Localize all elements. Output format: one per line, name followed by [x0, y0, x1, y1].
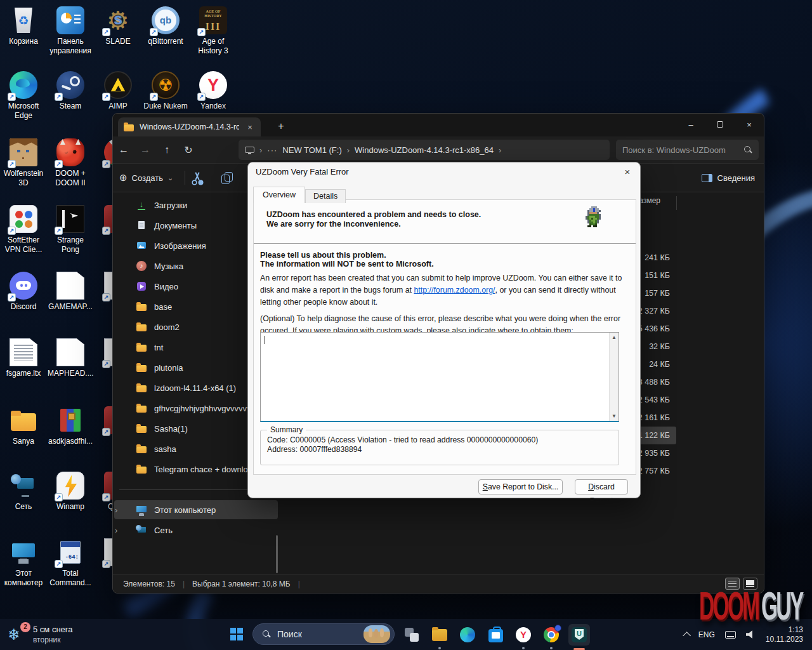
- breadcrumb-folder[interactable]: Windows-UZDoom-4.14.3-rc1-x86_64: [355, 145, 494, 155]
- folder-icon: [136, 443, 147, 454]
- taskbar-store-button[interactable]: [485, 624, 506, 646]
- desktop-icon-duke-nukem[interactable]: Duke Nukem: [143, 71, 188, 111]
- shortcut-arrow-icon: [55, 227, 63, 235]
- taskbar-edge-button[interactable]: [457, 624, 478, 646]
- weather-widget[interactable]: ❄2 5 см снега вторник: [8, 625, 73, 644]
- speaker-icon[interactable]: [746, 630, 756, 639]
- create-button[interactable]: ⊕ Создать ⌄: [113, 172, 180, 183]
- desktop-icon-softether[interactable]: SoftEther VPN Clie...: [1, 205, 46, 255]
- desktop-icon-control-panel[interactable]: Панель управления: [48, 6, 93, 56]
- breadcrumb-ellipsis[interactable]: ···: [267, 145, 277, 155]
- column-divider[interactable]: [676, 196, 677, 210]
- expand-chevron-icon[interactable]: ›: [115, 505, 117, 515]
- desktop-icon-qbittorrent[interactable]: qBittorrent: [143, 6, 188, 46]
- taskbar-search[interactable]: Поиск: [252, 623, 395, 645]
- sidebar-item-network[interactable]: Сеть: [118, 521, 275, 540]
- expand-chevron-icon[interactable]: ›: [115, 526, 117, 535]
- desktop-icon-winamp[interactable]: Winamp: [48, 472, 93, 512]
- search-icon[interactable]: [743, 145, 752, 154]
- zdoom-forum-link[interactable]: http://forum.zdoom.org/: [414, 286, 495, 295]
- dialog-close-icon[interactable]: ×: [620, 165, 635, 179]
- language-indicator[interactable]: ENG: [698, 630, 715, 639]
- desktop-icon-age-of-history-3[interactable]: Age of History 3: [190, 6, 236, 56]
- minimize-button[interactable]: –: [676, 114, 705, 135]
- network-icon: [136, 524, 147, 536]
- explorer-tab[interactable]: Windows-UZDoom-4.14.3-rc1- ×: [118, 117, 261, 136]
- snowflake-icon: ❄2: [8, 625, 27, 644]
- shortcut-arrow-icon: [8, 160, 16, 168]
- desktop-icon-wolfenstein[interactable]: Wolfenstein 3D: [1, 138, 46, 188]
- new-tab-button[interactable]: +: [273, 119, 289, 134]
- computer-icon[interactable]: [245, 147, 254, 153]
- desktop-icon-rar-archive[interactable]: asdkjasdfhi...: [48, 406, 93, 446]
- shortcut-arrow-icon: [150, 93, 158, 101]
- tab-overview[interactable]: Overview: [253, 187, 305, 203]
- desktop-icon-maphead[interactable]: MAPHEAD....: [48, 338, 93, 378]
- close-button[interactable]: ×: [735, 114, 764, 135]
- clock[interactable]: 1:13 10.11.2023: [766, 625, 803, 644]
- desktop-icon-slade[interactable]: SLADE: [95, 6, 141, 46]
- desktop-icon-yandex[interactable]: Yandex: [190, 71, 236, 111]
- touchpad-icon[interactable]: [725, 631, 736, 639]
- back-button[interactable]: ←: [113, 144, 134, 156]
- tray-chevron-up-icon[interactable]: [683, 632, 691, 640]
- chevron-right-icon: ›: [499, 145, 501, 155]
- maximize-button[interactable]: [705, 114, 735, 135]
- desktop-icon-strange-pong[interactable]: Strange Pong: [48, 205, 93, 255]
- desktop-icon-steam[interactable]: Steam: [48, 71, 93, 111]
- error-code: Code: C0000005 (Access Violation - tried…: [267, 435, 538, 445]
- desktop-icon-gamemap[interactable]: GAMEMAP...: [48, 272, 93, 312]
- report-prompt: Please tell us about this problem. The i…: [260, 251, 434, 269]
- chevron-down-icon: ⌄: [167, 174, 173, 182]
- taskbar-uzdoom-button[interactable]: [568, 624, 590, 646]
- dialog-tabs: Overview Details: [253, 187, 346, 203]
- sidebar-item-this-pc[interactable]: Этот компьютер: [118, 500, 275, 519]
- desktop-icon-aimp[interactable]: AIMP: [95, 71, 141, 111]
- plus-circle-icon: ⊕: [119, 172, 128, 183]
- desktop-icon-sanya[interactable]: Sanya: [1, 406, 46, 446]
- desktop-icon-edge[interactable]: Microsoft Edge: [1, 71, 46, 121]
- breadcrumb-drive[interactable]: NEW TOM1 (F:): [282, 145, 341, 155]
- desktop-icon-this-pc[interactable]: Этот компьютер: [1, 538, 46, 588]
- details-view-button[interactable]: [725, 578, 740, 590]
- thumbnail-view-button[interactable]: [743, 578, 757, 590]
- taskbar-chrome-button[interactable]: [540, 624, 562, 646]
- cut-button[interactable]: [190, 171, 204, 184]
- task-view-button[interactable]: [401, 624, 422, 646]
- desktop-icon-recycle-bin[interactable]: Корзина: [1, 6, 46, 46]
- forward-button[interactable]: →: [134, 144, 156, 156]
- desktop-icon-discord[interactable]: Discord: [1, 272, 46, 312]
- microsoft-store-icon: [488, 629, 503, 642]
- address-bar: ← → ↑ ↻ › ··· NEW TOM1 (F:) › Windows-UZ…: [113, 136, 764, 163]
- shortcut-arrow-icon: [55, 493, 63, 501]
- status-bar: Элементов: 15 | Выбран 1 элемент: 10,8 М…: [113, 574, 764, 593]
- refresh-button[interactable]: ↻: [178, 144, 199, 156]
- items-count: Элементов: 15: [123, 580, 175, 588]
- textarea-scrollbar[interactable]: ▲ ▼: [609, 333, 619, 421]
- details-pane-button[interactable]: Сведения: [702, 173, 755, 183]
- start-button[interactable]: [228, 626, 245, 642]
- discard-report-button[interactable]: Discard Report: [575, 479, 628, 494]
- tab-details[interactable]: Details: [305, 189, 346, 203]
- taskbar-yandex-button[interactable]: [513, 624, 534, 646]
- tab-close-icon[interactable]: ×: [244, 123, 256, 132]
- desktop-icon-fsgame[interactable]: fsgame.ltx: [1, 338, 46, 378]
- task-view-icon: [405, 628, 419, 642]
- copy-button[interactable]: [221, 171, 233, 184]
- error-description-textarea[interactable]: ▲ ▼: [260, 332, 619, 422]
- desktop-icon-total-commander[interactable]: Total Command...: [48, 538, 93, 588]
- desktop-icon-network[interactable]: Сеть: [1, 472, 46, 512]
- scroll-up-icon[interactable]: ▲: [610, 335, 619, 340]
- taskbar-explorer-button[interactable]: [429, 624, 450, 646]
- scroll-down-icon[interactable]: ▼: [610, 413, 619, 419]
- running-indicator: [550, 647, 553, 649]
- tray-date: 10.11.2023: [766, 635, 803, 644]
- sidebar-scrollbar[interactable]: [276, 535, 278, 573]
- save-report-button[interactable]: Save Report to Disk...: [478, 479, 563, 494]
- up-button[interactable]: ↑: [156, 144, 178, 156]
- tray-time: 1:13: [766, 625, 803, 635]
- explorer-search-box[interactable]: Поиск в: Windows-UZDoom: [616, 140, 759, 160]
- desktop-icon-doom[interactable]: DOOM + DOOM II: [48, 138, 93, 188]
- file-size: 241 КБ: [645, 253, 670, 262]
- downloads-icon: [136, 199, 147, 211]
